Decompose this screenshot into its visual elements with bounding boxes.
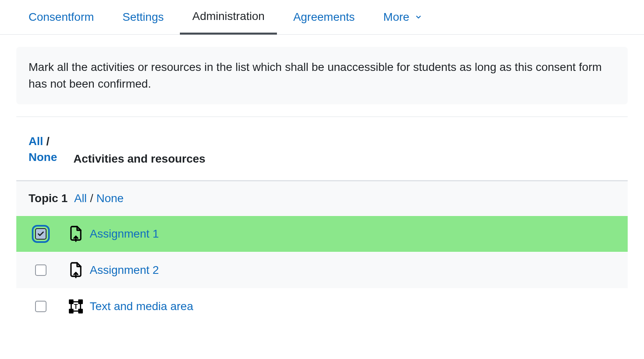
activity-link[interactable]: Assignment 2: [90, 264, 159, 277]
checkbox-cell: [29, 228, 53, 240]
table-header-row: All / None Activities and resources: [16, 117, 628, 181]
svg-text:T: T: [74, 303, 78, 310]
checkbox-cell: [29, 264, 53, 276]
text-media-icon: T: [68, 298, 84, 315]
content-area: Mark all the activities or resources in …: [0, 35, 644, 324]
tab-agreements[interactable]: Agreements: [281, 1, 367, 33]
activity-row: Assignment 1: [16, 216, 628, 252]
activity-link[interactable]: Text and media area: [90, 300, 193, 313]
info-box: Mark all the activities or resources in …: [16, 47, 628, 104]
topic-name: Topic 1: [29, 192, 68, 205]
topic-select-all-link[interactable]: All: [74, 192, 87, 205]
tab-more[interactable]: More: [371, 1, 435, 33]
tab-administration[interactable]: Administration: [180, 0, 277, 35]
assignment-icon: [68, 262, 84, 278]
activity-checkbox[interactable]: [35, 228, 46, 240]
info-text: Mark all the activities or resources in …: [29, 61, 602, 90]
assignment-icon: [68, 226, 84, 242]
column-header-activities: Activities and resources: [73, 152, 206, 165]
tab-settings[interactable]: Settings: [110, 1, 176, 33]
activities-table: All / None Activities and resources Topi…: [16, 117, 628, 324]
global-select-links: All / None: [29, 133, 57, 165]
tab-label: More: [383, 11, 409, 23]
select-all-link[interactable]: All: [29, 135, 43, 148]
tab-label: Settings: [122, 11, 164, 23]
activity-row: T Text and media area: [16, 288, 628, 324]
topic-select-none-link[interactable]: None: [96, 192, 124, 205]
checkbox-cell: [29, 301, 53, 312]
separator: /: [90, 192, 93, 205]
topic-select-links: All / None: [74, 192, 124, 205]
activity-link[interactable]: Assignment 1: [90, 227, 159, 240]
activity-row: Assignment 2: [16, 252, 628, 288]
tab-label: Consentform: [29, 11, 94, 23]
activity-content: T Text and media area: [68, 298, 193, 315]
separator: /: [46, 135, 50, 148]
select-none-link[interactable]: None: [29, 151, 57, 163]
tab-consentform[interactable]: Consentform: [16, 1, 106, 33]
chevron-down-icon: [415, 11, 422, 24]
activity-content: Assignment 1: [68, 226, 159, 242]
tab-bar: Consentform Settings Administration Agre…: [0, 0, 644, 35]
activity-checkbox[interactable]: [35, 301, 46, 312]
activity-content: Assignment 2: [68, 262, 159, 278]
tab-label: Administration: [192, 10, 264, 22]
topic-header-row: Topic 1 All / None: [16, 181, 628, 216]
activity-checkbox[interactable]: [35, 264, 46, 276]
tab-label: Agreements: [293, 11, 355, 23]
